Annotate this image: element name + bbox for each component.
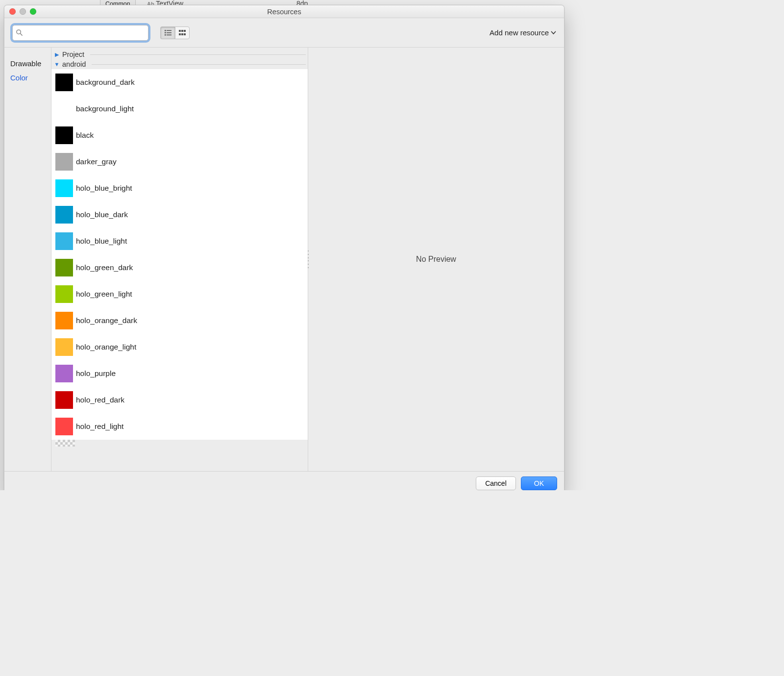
search-input[interactable] (25, 28, 145, 37)
color-name-label: holo_blue_light (76, 237, 127, 246)
color-swatch (55, 259, 73, 276)
svg-rect-5 (167, 32, 172, 33)
color-row[interactable]: holo_green_light (51, 281, 308, 307)
color-name-label: holo_red_light (76, 422, 123, 431)
android-color-list: background_darkbackground_lightblackdark… (51, 69, 308, 440)
minimize-window-button[interactable] (20, 8, 26, 15)
chevron-down-icon (551, 31, 556, 35)
color-swatch (55, 312, 73, 329)
color-name-label: holo_blue_bright (76, 184, 132, 193)
svg-rect-13 (184, 33, 186, 35)
add-new-resource-label: Add new resource (490, 28, 549, 37)
color-name-label: holo_red_dark (76, 396, 124, 404)
color-row[interactable]: holo_purple (51, 360, 308, 387)
svg-rect-10 (184, 30, 186, 32)
screen: Common Ab TextView 8dp Resources (0, 0, 568, 490)
color-row[interactable]: holo_blue_light (51, 228, 308, 254)
color-swatch (55, 126, 73, 144)
grid-view-button[interactable] (175, 26, 190, 39)
preview-pane: No Preview (308, 48, 564, 471)
section-label-android: android (62, 60, 86, 68)
svg-rect-9 (181, 30, 183, 32)
color-name-label: holo_orange_light (76, 343, 136, 351)
chevron-down-icon: ▼ (53, 61, 60, 67)
cancel-button[interactable]: Cancel (476, 476, 516, 490)
svg-rect-8 (179, 30, 181, 32)
color-swatch (55, 100, 73, 118)
svg-rect-4 (165, 32, 166, 33)
transparent-swatch-row (55, 440, 75, 447)
zoom-window-button[interactable] (30, 8, 36, 15)
color-name-label: black (76, 131, 94, 140)
color-row[interactable]: holo_green_dark (51, 254, 308, 281)
color-swatch (55, 206, 73, 224)
color-row[interactable]: black (51, 122, 308, 149)
color-swatch (55, 153, 73, 171)
svg-rect-6 (165, 34, 166, 36)
grid-icon (178, 29, 186, 36)
svg-rect-3 (167, 30, 172, 31)
sidebar-item-color[interactable]: Color (4, 71, 51, 85)
color-name-label: holo_green_light (76, 290, 132, 299)
sidebar-item-drawable[interactable]: Drawable (4, 56, 51, 71)
color-name-label: darker_gray (76, 157, 117, 166)
add-new-resource-button[interactable]: Add new resource (490, 28, 556, 37)
color-row[interactable]: holo_orange_dark (51, 307, 308, 334)
color-row[interactable]: background_dark (51, 69, 308, 96)
resource-type-sidebar: Drawable Color (4, 48, 51, 471)
color-swatch (55, 391, 73, 409)
color-name-label: holo_orange_dark (76, 316, 137, 325)
ok-button[interactable]: OK (521, 476, 557, 490)
svg-rect-11 (179, 33, 181, 35)
color-name-label: background_dark (76, 78, 135, 87)
view-mode-toggle (160, 26, 190, 39)
color-swatch (55, 232, 73, 250)
color-swatch (55, 338, 73, 356)
chevron-right-icon: ▶ (53, 51, 60, 58)
color-row[interactable]: darker_gray (51, 149, 308, 175)
window-title: Resources (4, 8, 564, 16)
section-header-project[interactable]: ▶ Project (51, 50, 308, 59)
section-header-android[interactable]: ▼ android (51, 59, 308, 69)
close-window-button[interactable] (9, 8, 16, 15)
titlebar: Resources (4, 5, 564, 18)
color-row[interactable]: holo_blue_bright (51, 175, 308, 201)
color-swatch (55, 179, 73, 197)
section-label-project: Project (62, 50, 84, 58)
color-name-label: holo_purple (76, 369, 116, 378)
dialog-toolbar: Add new resource (4, 18, 564, 48)
color-swatch (55, 418, 73, 435)
color-row[interactable]: background_light (51, 96, 308, 122)
search-icon (16, 29, 23, 36)
svg-rect-2 (165, 30, 166, 31)
search-field-wrapper (12, 25, 148, 41)
no-preview-label: No Preview (416, 255, 456, 264)
color-swatch (55, 285, 73, 303)
dialog-body: Drawable Color ▶ Project ▼ android backg… (4, 48, 564, 471)
list-view-button[interactable] (160, 26, 175, 39)
svg-line-1 (21, 34, 23, 36)
list-icon (164, 29, 172, 36)
dialog-footer: Cancel OK (4, 471, 564, 490)
color-name-label: background_light (76, 104, 134, 113)
svg-rect-12 (181, 33, 183, 35)
color-swatch (55, 74, 73, 91)
svg-rect-7 (167, 34, 172, 35)
color-name-label: holo_green_dark (76, 263, 133, 272)
resources-dialog: Resources (4, 5, 564, 490)
window-controls (9, 8, 36, 15)
splitter-handle[interactable] (306, 250, 310, 269)
color-name-label: holo_blue_dark (76, 210, 128, 219)
color-row[interactable]: holo_blue_dark (51, 201, 308, 228)
color-row[interactable]: holo_red_light (51, 413, 308, 440)
color-row[interactable]: holo_orange_light (51, 334, 308, 360)
resource-list-pane[interactable]: ▶ Project ▼ android background_darkbackg… (51, 48, 308, 471)
color-row[interactable]: holo_red_dark (51, 387, 308, 413)
color-swatch (55, 365, 73, 382)
